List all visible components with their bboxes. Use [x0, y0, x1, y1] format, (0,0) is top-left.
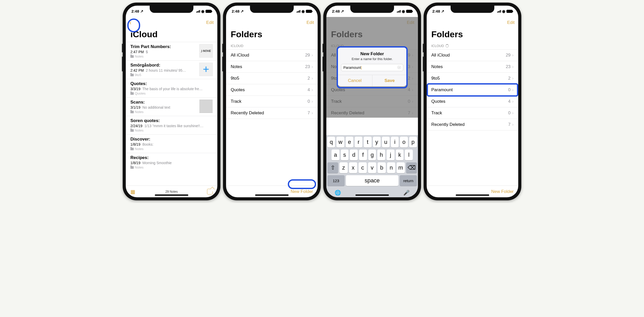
folder-row[interactable]: Quotes4› — [226, 84, 318, 96]
key-t[interactable]: t — [364, 137, 371, 147]
key-u[interactable]: u — [382, 137, 390, 147]
key-r[interactable]: r — [355, 137, 362, 147]
chevron-right-icon: › — [311, 110, 313, 116]
note-item[interactable]: Smörgåsbord:2:42 PM 2 hours 11 minutes/ … — [126, 60, 217, 79]
folder-row[interactable]: Track0› — [226, 96, 318, 107]
folder-row[interactable]: All iCloud29› — [427, 49, 518, 61]
note-item[interactable]: Discover:1/8/19 Books:Notes — [126, 134, 217, 153]
page-title: Folders — [226, 28, 318, 42]
folder-row[interactable]: Track0› — [427, 107, 518, 119]
keyboard[interactable]: qwertyuiop asdfghjkl ⇧zxcvbnm⌫ 123 space… — [326, 135, 418, 197]
key-e[interactable]: e — [346, 137, 353, 147]
key-b[interactable]: b — [378, 162, 386, 173]
new-folder-button[interactable]: New Folder — [291, 189, 313, 194]
folder-row[interactable]: Quotes4› — [427, 96, 518, 107]
key-w[interactable]: w — [336, 137, 344, 147]
chevron-right-icon: › — [512, 110, 514, 116]
location-icon: ↗ — [140, 9, 144, 13]
chevron-right-icon: › — [311, 53, 313, 58]
compose-button[interactable] — [207, 189, 213, 194]
folder-name: 9to5 — [231, 76, 239, 81]
home-indicator[interactable] — [255, 194, 289, 196]
note-item[interactable]: Recipes:1/8/19 Morning SmoothieNotes — [126, 153, 217, 171]
folder-count: 4 — [308, 87, 310, 92]
key-backspace[interactable]: ⌫ — [406, 162, 417, 173]
note-folder: Notes — [130, 110, 197, 114]
key-h[interactable]: h — [377, 150, 385, 160]
folder-row[interactable]: Recently Deleted7› — [226, 107, 318, 119]
folder-icon — [130, 92, 134, 95]
location-icon: ↗ — [240, 9, 244, 13]
highlight-back — [127, 18, 140, 32]
new-folder-button[interactable]: New Folder — [491, 189, 514, 194]
notch — [150, 6, 193, 13]
edit-button[interactable]: Edit — [307, 20, 314, 25]
note-title: Trim Part Numbers: — [130, 44, 197, 49]
edit-button[interactable]: Edit — [206, 20, 214, 25]
folder-row[interactable]: 9to52› — [226, 72, 318, 84]
folder-row[interactable]: 9to52› — [427, 72, 518, 84]
status-time: 2:48 — [131, 9, 139, 13]
key-l[interactable]: l — [405, 150, 413, 160]
folder-count: 0 — [508, 110, 511, 116]
nav-bar: Edit — [427, 17, 518, 28]
folder-row[interactable]: Recently Deleted7› — [427, 119, 518, 130]
note-item[interactable]: Scans:3/1/19 No additional textNotes — [126, 97, 217, 116]
key-k[interactable]: k — [396, 150, 404, 160]
mic-icon[interactable]: 🎤 — [403, 190, 410, 196]
page-title: iCloud — [126, 28, 217, 42]
note-title: Soren quotes: — [130, 118, 213, 123]
key-space[interactable]: space — [346, 175, 399, 186]
key-a[interactable]: a — [332, 150, 339, 160]
folder-icon — [130, 129, 134, 132]
notes-list[interactable]: Trim Part Numbers:2:47 PM $Notes) NOVESm… — [126, 42, 217, 185]
key-g[interactable]: g — [368, 150, 376, 160]
key-v[interactable]: v — [368, 162, 376, 173]
note-subtitle: 2:47 PM $ — [130, 50, 197, 54]
highlight-newfolder — [288, 179, 316, 189]
note-item[interactable]: Trim Part Numbers:2:47 PM $Notes) NOVE — [126, 42, 217, 60]
note-title: Discover: — [130, 137, 213, 142]
key-j[interactable]: j — [387, 150, 395, 160]
key-c[interactable]: c — [359, 162, 367, 173]
key-n[interactable]: n — [387, 162, 395, 173]
home-indicator[interactable] — [155, 194, 188, 196]
key-numbers[interactable]: 123 — [327, 175, 345, 186]
key-f[interactable]: f — [359, 150, 367, 160]
key-o[interactable]: o — [400, 137, 408, 147]
key-m[interactable]: m — [397, 162, 405, 173]
key-shift[interactable]: ⇧ — [327, 162, 338, 173]
folder-count: 4 — [508, 99, 511, 104]
key-z[interactable]: z — [339, 162, 348, 173]
folder-list[interactable]: All iCloud29›Notes23›9to52›Quotes4›Track… — [226, 49, 318, 185]
folder-name: 9to5 — [431, 76, 440, 81]
key-y[interactable]: y — [373, 137, 381, 147]
folder-row[interactable]: Notes23› — [226, 61, 318, 72]
note-subtitle: 1/8/19 Books: — [130, 142, 213, 146]
folder-name: Recently Deleted — [431, 122, 464, 127]
note-item[interactable]: Soren quotes:2/24/19 1/13 "mmm it tastes… — [126, 116, 217, 134]
key-d[interactable]: d — [350, 150, 358, 160]
folder-row[interactable]: Notes23› — [427, 61, 518, 72]
key-p[interactable]: p — [409, 137, 417, 147]
globe-icon[interactable]: 🌐 — [335, 190, 341, 196]
note-item[interactable]: Quotes:3/3/19 The basis of your life is … — [126, 79, 217, 97]
key-q[interactable]: q — [327, 137, 335, 147]
key-return[interactable]: return — [400, 175, 417, 186]
folder-name: Recently Deleted — [231, 110, 264, 116]
key-s[interactable]: s — [341, 150, 349, 160]
folder-count: 2 — [508, 76, 511, 81]
folder-row[interactable]: All iCloud29› — [226, 49, 318, 61]
status-time: 2:48 — [332, 9, 340, 13]
key-i[interactable]: i — [391, 137, 399, 147]
battery-icon — [306, 10, 312, 13]
folder-list[interactable]: All iCloud29›Notes23›9to52›Paramount0›Qu… — [427, 49, 518, 185]
home-indicator[interactable] — [456, 194, 489, 196]
folder-row[interactable]: Paramount0› — [427, 84, 518, 96]
key-x[interactable]: x — [349, 162, 357, 173]
nav-bar: Edit — [226, 17, 318, 28]
home-indicator[interactable] — [355, 194, 389, 196]
signal-icon — [196, 10, 200, 13]
folder-name: All iCloud — [231, 53, 249, 58]
edit-button[interactable]: Edit — [507, 20, 515, 25]
